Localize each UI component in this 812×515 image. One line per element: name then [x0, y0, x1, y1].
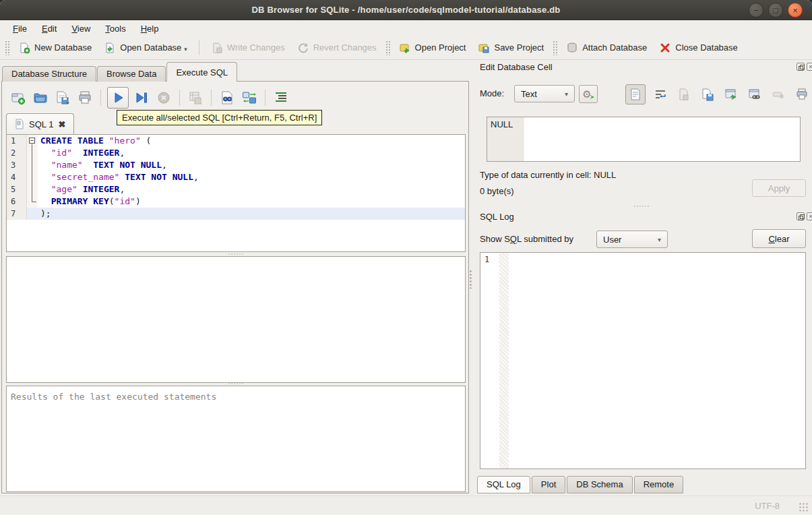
sql1-tab-close-icon[interactable]: ✖ — [58, 119, 65, 129]
save-sql-file-button[interactable] — [53, 88, 72, 107]
results-placeholder: Results of the last executed statements — [11, 392, 216, 402]
encoding-indicator[interactable]: UTF-8 — [755, 501, 780, 511]
tab-database-structure[interactable]: Database Structure — [2, 66, 96, 82]
export-cell-button[interactable] — [699, 86, 716, 103]
sql-log-title: SQL Log — [480, 212, 514, 222]
menu-edit[interactable]: Edit — [36, 22, 63, 35]
execute-all-button[interactable] — [107, 87, 129, 109]
results-grid[interactable] — [6, 256, 466, 383]
new-database-icon — [18, 42, 30, 54]
sql1-tab-label: SQL 1 — [29, 119, 53, 129]
fold-margin — [27, 159, 38, 171]
toolbar-separator — [199, 40, 199, 55]
open-database-menu-caret[interactable]: ▾ — [184, 46, 187, 54]
format-sql-button[interactable] — [272, 88, 290, 107]
window-title: DB Browser for SQLite - /home/user/code/… — [251, 5, 560, 15]
sql-editor[interactable]: 1−CREATE TABLE "hero" (2 "id" INTEGER,3 … — [6, 134, 466, 252]
float-panel-icon[interactable] — [797, 212, 805, 220]
tab-db-schema[interactable]: DB Schema — [567, 476, 632, 493]
clear-log-button[interactable]: Clear — [752, 229, 806, 248]
maximize-button[interactable]: □ — [768, 3, 783, 18]
sql1-tab[interactable]: SQL 1 ✖ — [6, 113, 74, 134]
open-sql-file-button[interactable] — [31, 88, 50, 107]
close-database-button[interactable]: Close Database — [653, 38, 744, 57]
log-gutter-hatch — [499, 253, 509, 468]
editor-line[interactable]: 5 "age" INTEGER, — [7, 183, 465, 195]
toolbar-separator — [100, 90, 101, 106]
close-panel-icon[interactable]: × — [807, 212, 812, 220]
stop-execution-button — [154, 88, 173, 107]
menu-tools[interactable]: Tools — [99, 22, 131, 35]
fold-margin — [27, 147, 38, 159]
close-panel-icon[interactable]: × — [807, 63, 812, 71]
find-button[interactable] — [218, 88, 237, 107]
fold-margin — [27, 195, 38, 208]
editor-line[interactable]: 6 PRIMARY KEY("id") — [7, 195, 465, 208]
editor-line[interactable]: 7); — [7, 208, 465, 220]
word-wrap-button[interactable] — [652, 86, 669, 103]
log-filter-select[interactable]: User ▾ — [596, 231, 668, 248]
cell-value-editor[interactable]: NULL — [487, 117, 801, 162]
editor-line[interactable]: 2 "id" INTEGER, — [7, 147, 465, 159]
close-button[interactable]: × — [788, 3, 803, 18]
toolbar-drag-handle[interactable] — [385, 40, 390, 55]
set-null-button — [770, 86, 787, 103]
menu-view[interactable]: View — [65, 22, 96, 35]
import-icon — [677, 88, 691, 101]
stop-icon — [156, 90, 172, 106]
word-wrap-icon — [654, 88, 667, 101]
execute-line-button[interactable] — [132, 88, 151, 107]
open-sql-tab-button[interactable] — [9, 88, 28, 107]
splitter-cell-log[interactable] — [633, 206, 650, 207]
sql-log-view[interactable]: 1 — [480, 252, 806, 469]
open-database-button[interactable]: Open Database ▾ — [98, 38, 193, 57]
gear-arrow-icon — [589, 94, 594, 100]
toolbar-drag-handle[interactable] — [5, 40, 9, 55]
print-icon — [77, 90, 93, 106]
editor-line[interactable]: 4 "secret_name" TEXT NOT NULL, — [7, 171, 465, 183]
open-project-button[interactable]: Open Project — [393, 38, 472, 57]
main-area: Database Structure Browse Data Execute S… — [0, 60, 472, 495]
open-in-external-button[interactable] — [722, 86, 740, 103]
results-message-area: Results of the last executed statements — [6, 386, 466, 492]
attach-database-button[interactable]: Attach Database — [560, 38, 653, 57]
replace-icon — [241, 90, 257, 106]
link-icon — [748, 88, 761, 101]
fold-marker-icon[interactable]: − — [27, 135, 38, 147]
new-database-button[interactable]: New Database — [12, 38, 98, 57]
save-project-button[interactable]: Save Project — [472, 38, 550, 57]
print-sql-button[interactable] — [75, 88, 94, 107]
tab-sql-log[interactable]: SQL Log — [477, 476, 530, 493]
tab-execute-sql[interactable]: Execute SQL — [166, 62, 237, 82]
open-external-icon — [724, 88, 738, 101]
editor-line[interactable]: 1−CREATE TABLE "hero" ( — [7, 135, 465, 147]
apply-button: Apply — [752, 179, 806, 197]
tab-remote[interactable]: Remote — [634, 476, 684, 493]
status-bar: UTF-8 — [0, 495, 812, 515]
log-line-number: 1 — [485, 255, 489, 264]
find-icon — [219, 90, 235, 106]
print-cell-button[interactable] — [793, 86, 811, 103]
menu-file[interactable]: File — [7, 22, 33, 35]
toolbar-drag-handle[interactable] — [553, 40, 557, 55]
float-panel-icon[interactable] — [797, 63, 805, 71]
text-mode-button[interactable] — [625, 84, 646, 104]
sql-editor-toolbar — [9, 86, 290, 110]
close-icon: × — [792, 5, 798, 16]
menu-help[interactable]: Help — [135, 22, 165, 35]
toolbar-separator — [265, 90, 266, 106]
minimize-button[interactable]: − — [749, 3, 763, 18]
save-file-icon — [54, 90, 71, 106]
format-sql-icon — [273, 90, 289, 106]
resize-grip[interactable] — [799, 502, 808, 512]
replace-button[interactable] — [240, 88, 259, 107]
fold-margin — [27, 183, 38, 195]
editor-line[interactable]: 3 "name" TEXT NOT NULL, — [7, 159, 465, 171]
link-data-button[interactable] — [746, 86, 763, 103]
tab-plot[interactable]: Plot — [532, 476, 565, 493]
cell-settings-button[interactable]: ⚙ — [579, 85, 598, 103]
title-bar: DB Browser for SQLite - /home/user/code/… — [0, 0, 812, 20]
mode-select[interactable]: Text ▾ — [514, 85, 575, 102]
app-window: DB Browser for SQLite - /home/user/code/… — [0, 0, 812, 515]
tab-browse-data[interactable]: Browse Data — [97, 66, 166, 82]
